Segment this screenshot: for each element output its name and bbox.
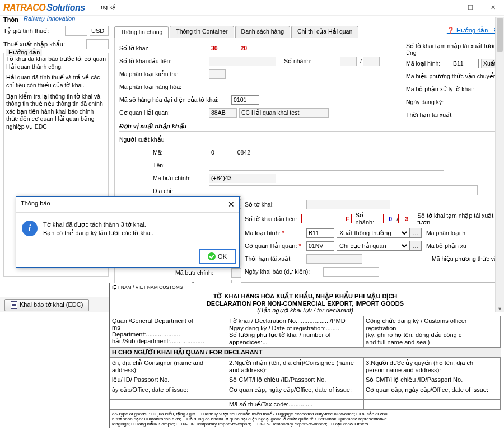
doc-country: IỆT NAM / VIET NAM CUSTOMS <box>110 283 501 291</box>
so-to-khai-input[interactable] <box>209 44 276 53</box>
ma-phan-loai-kt-input[interactable] <box>209 69 226 79</box>
guide-title: Hướng dẫn <box>6 49 42 56</box>
document-icon <box>11 301 17 309</box>
doc-footer: óa/Type of goods: : □ Quà biếu, tặng / g… <box>110 410 501 428</box>
ov-ngay-khai-input[interactable] <box>323 267 379 277</box>
title-suffix: ng ký <box>101 3 115 10</box>
brand-part1: RATRACO <box>3 3 45 13</box>
doc-title3: (Bản người khai lưu / for declarant) <box>111 307 499 314</box>
brand-tagline: Railway Innovation <box>24 15 75 22</box>
co-quan-hq-code-input[interactable] <box>209 108 237 118</box>
ov-so-to-khai-input[interactable] <box>306 200 390 209</box>
lbl-ma-loai-hinh: Mã loại hình: <box>406 60 451 67</box>
ov-lbl-thoi-han: Thời hạn tái xuất: <box>245 255 306 262</box>
lbl-so-nhanh: Số nhánh: <box>284 58 340 64</box>
close-button[interactable]: ✕ <box>482 0 504 16</box>
ma-input[interactable] <box>209 148 276 157</box>
lbl-so-to-khai: Số tờ khai: <box>119 45 209 52</box>
brand-part2: Solutions <box>46 3 85 13</box>
ov-ma-loai-hinh-code-input[interactable] <box>306 228 334 238</box>
rate-unit-input[interactable] <box>90 26 109 36</box>
lbl-so-to-khai-dau: Số tờ khai đầu tiên: <box>119 58 209 64</box>
declaration-document: IỆT NAM / VIET NAM CUSTOMS TỜ KHAI HÀNG … <box>109 283 501 428</box>
scrollbar-thumb[interactable] <box>497 18 503 52</box>
ov-so-to-khai-dau-input[interactable] <box>301 214 352 223</box>
so-nhanh-b-input[interactable] <box>363 57 380 66</box>
ma-buu-chinh-input[interactable] <box>209 174 276 183</box>
message-dialog: Thông báo ✕ i Tờ khai đã được tách thành… <box>16 196 240 268</box>
guide-p2: Hải quan đã tính thuế và trả về các chỉ … <box>6 74 106 89</box>
lbl-so-to-tam: Số tờ khai tạm nhập tái xuất tương ứng <box>406 43 504 56</box>
ov-lbl-ma-hieu-pt: Mã hiệu phương thức và <box>432 255 497 262</box>
lbl-ma-bo-phan: Mã bộ phận xử lý tờ khai: <box>406 86 504 92</box>
dialog-msg1: Tờ khai đã được tách thành 3 tờ khai. <box>43 221 153 229</box>
brand: RATRACOSolutions ng ký <box>3 3 85 13</box>
info-icon: i <box>22 221 38 236</box>
ov-lbl-ngay-khai: Ngày khai báo (dự kiến): <box>245 268 323 275</box>
tab-customs[interactable]: Chỉ thị của Hải quan <box>291 26 358 38</box>
lbl-thoi-han: Thời hạn tái xuất: <box>406 111 504 118</box>
ov-co-quan-hq-browse-button[interactable]: ... <box>409 241 422 251</box>
tab-general[interactable]: Thông tin chung <box>114 26 169 38</box>
help-link[interactable]: ❓ Hướng dẫn - F1 <box>447 27 501 34</box>
ov-co-quan-hq-select[interactable]: Chi cục hải quan <box>337 241 409 251</box>
ma-so-hh-input[interactable] <box>231 95 259 105</box>
right-column: Số tờ khai tạm nhập tái xuất tương ứng M… <box>406 43 504 122</box>
ov-lbl-ma-loai-hinh: Mã loại hình: * <box>245 230 306 237</box>
doc-title2: DECLARATION FOR NON-COMMERCIAL EXPORT, I… <box>111 300 499 307</box>
tab-goods[interactable]: Danh sách hàng <box>235 26 290 38</box>
maximize-button[interactable]: ☐ <box>459 0 482 16</box>
edc-button[interactable]: Khai báo tờ khai (EDC) <box>4 299 89 311</box>
so-to-khai-dau-input[interactable] <box>209 57 276 66</box>
dialog-close-button[interactable]: ✕ <box>228 200 235 209</box>
lbl-ma: Mã: <box>153 149 209 156</box>
ov-lbl-so-to-khai: Số tờ khai: <box>245 201 306 208</box>
dialog-ok-button[interactable]: OK <box>199 249 236 264</box>
thon-label: Thôn <box>3 16 18 23</box>
ov-ma-loai-hinh-select[interactable]: Xuất thông thường <box>337 228 409 238</box>
ov-thoi-han-input[interactable] <box>306 254 362 264</box>
lbl-co-quan-hq: Cơ quan Hải quan: <box>119 109 209 116</box>
so-nhanh-a-input[interactable] <box>340 57 357 66</box>
vertical-scrollbar[interactable]: ▲ ▼ <box>495 17 504 312</box>
lbl-ma-phan-loai-kt: Mã phân loại kiểm tra: <box>119 71 209 77</box>
ov-co-quan-hq-code-input[interactable] <box>306 241 334 251</box>
minimize-button[interactable]: ─ <box>437 0 459 16</box>
lbl-ten: Tên: <box>153 162 209 169</box>
ov-so-nhanh-b-input[interactable] <box>398 214 410 223</box>
guide-p3: Bạn kiểm tra lại thông tin tờ khai và th… <box>6 93 106 131</box>
ov-lbl-so-nhanh: Số nhánh: <box>356 212 382 226</box>
window-buttons: ─ ☐ ✕ <box>437 0 504 16</box>
check-icon <box>208 252 216 260</box>
ov-lbl-co-quan-hq: Cơ quan Hải quan: * <box>245 242 306 250</box>
lbl-nguoi-xk: Người xuất khẩu <box>119 136 175 143</box>
ov-lbl-ma-phan-loai: Mã phân loại h <box>426 230 465 236</box>
doc-table2: ên, địa chỉ/ Consignor (name and address… <box>110 358 501 410</box>
ov-lbl-ma-bo-phan: Mã bộ phận xu <box>426 242 466 249</box>
ov-ma-loai-hinh-browse-button[interactable]: ... <box>409 228 422 238</box>
lbl-ma-hieu-pt: Mã hiệu phương thức vận chuyển: <box>406 73 504 79</box>
ov-lbl-so-to-tam: Số tờ khai tạm nhập tái xuất tươn <box>417 212 500 226</box>
lbl-ma-so-hh: Mã số hàng hóa đại diện của tờ khai: <box>119 96 231 103</box>
lbl-ma-buu-chinh-2: Mã bưu chính: <box>175 269 231 276</box>
ma-loai-hinh-code-input[interactable] <box>451 59 479 68</box>
rate-label: Tỷ giá tính thuế: <box>3 27 63 35</box>
rate-value-input[interactable] <box>65 26 87 36</box>
co-quan-hq-name-input[interactable] <box>239 108 329 118</box>
doc-table1: Quan /General Department of ms Departmen… <box>110 316 501 347</box>
section-donvi: Đơn vị xuất nhập khẩu <box>119 123 497 132</box>
guide-p1: Tờ khai đã khai báo trước tới cơ quan Hả… <box>6 55 106 71</box>
ov-lbl-so-to-khai-dau: Số tờ khai đầu tiên: <box>245 216 301 222</box>
tab-container[interactable]: Thông tin Container <box>170 26 234 38</box>
lbl-ngay-dang-ky: Ngày đăng ký: <box>406 99 504 105</box>
dialog-title: Thông báo <box>21 200 50 209</box>
titlebar: RATRACOSolutions ng ký ─ ☐ ✕ <box>0 0 504 16</box>
ten-input[interactable] <box>209 160 444 171</box>
lbl-ma-phan-loai-hh: Mã phân loại hàng hóa: <box>119 83 209 90</box>
lbl-ma-buu-chinh: Mã bưu chính: <box>153 175 209 181</box>
tax-label: Thuế xuất nhập khẩu: <box>3 41 84 48</box>
overlay-form: Số tờ khai: Số tờ khai đầu tiên: Số nhán… <box>241 195 504 283</box>
ov-so-nhanh-a-input[interactable] <box>383 214 394 223</box>
doc-title1: TỜ KHAI HÀNG HÓA XUẤT KHẨU, NHẬP KHẨU PH… <box>111 293 499 300</box>
tax-value-input[interactable] <box>86 39 109 49</box>
